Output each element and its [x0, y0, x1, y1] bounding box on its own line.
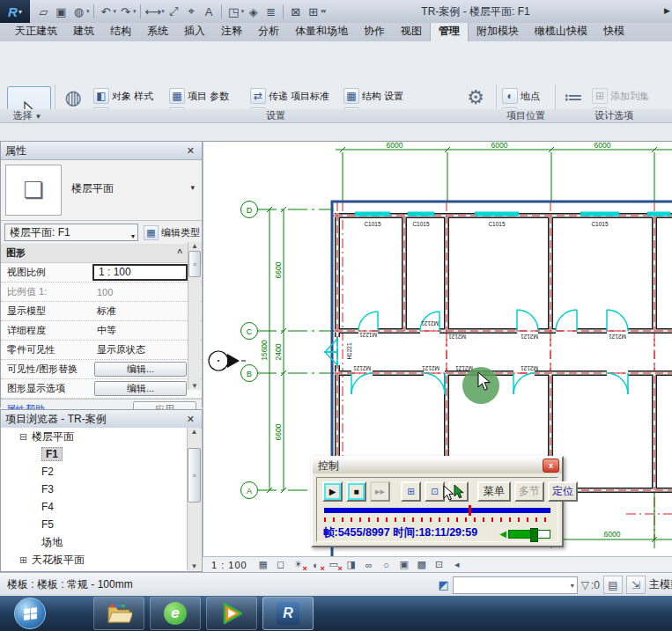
tab-systems[interactable]: 系统 — [139, 23, 176, 41]
tree-item-f4[interactable]: F4 — [1, 498, 188, 516]
temporary-hide-isolate-icon[interactable]: ∞ — [362, 558, 376, 571]
tree-item-f3[interactable]: F3 — [1, 481, 188, 498]
tag-icon[interactable]: ⌖ — [183, 3, 200, 20]
start-button[interactable] — [14, 598, 46, 629]
type-selector[interactable]: ❏ 楼层平面 ▾ — [1, 160, 202, 221]
visual-style-icon[interactable]: ◻ — [274, 558, 288, 571]
undo-dropdown-icon[interactable]: ▾ — [114, 8, 117, 15]
tree-item-site[interactable]: 场地 — [1, 533, 188, 551]
sync-dropdown-icon[interactable]: ▾ — [86, 8, 90, 15]
tree-item-f2[interactable]: F2 — [1, 463, 188, 481]
crop-view-icon[interactable]: ▭× — [327, 558, 341, 571]
measure-icon[interactable]: ⟷ — [144, 3, 163, 20]
redo-dropdown-icon[interactable]: ▾ — [133, 8, 137, 15]
tab-collaborate[interactable]: 协作 — [356, 23, 393, 41]
tab-tianzheng[interactable]: 天正建筑 — [7, 23, 65, 41]
volume-knob[interactable] — [530, 528, 538, 542]
menu-button[interactable]: 菜单 — [477, 481, 511, 502]
sun-path-icon[interactable]: ☀× — [292, 558, 306, 571]
editing-requests-icon[interactable]: ⇲ — [626, 576, 646, 594]
tab-annotate[interactable]: 注释 — [213, 23, 250, 41]
collapse-node-icon[interactable]: ⊟ — [18, 432, 28, 442]
control-close-button[interactable]: x — [543, 459, 559, 473]
tab-ganlanshan[interactable]: 橄榄山快模 — [527, 23, 595, 41]
property-row[interactable]: 可见性/图形替换编辑... — [1, 360, 202, 379]
selection-filter[interactable]: ▽:0 — [581, 579, 600, 591]
view-scale-button[interactable]: 1 : 100 — [211, 560, 247, 570]
measure-dropdown-icon[interactable]: ▾ — [161, 8, 165, 15]
application-menu-button[interactable]: R▾ — [0, 0, 30, 23]
thin-lines-icon[interactable]: ≣ — [262, 3, 279, 20]
scroll-up-icon[interactable]: ▲ — [191, 242, 198, 250]
project-parameters-button[interactable]: ▦项目 参数 — [169, 87, 229, 105]
shadows-icon[interactable]: ◐× — [309, 558, 323, 571]
scroll-up-icon[interactable]: ▲ — [191, 428, 198, 436]
object-styles-button[interactable]: ◧对象 样式 — [93, 87, 153, 105]
tab-addins[interactable]: 附加模块 — [469, 23, 527, 41]
default-3d-view-icon[interactable]: ◳ — [225, 3, 242, 20]
property-row[interactable]: 零件可见性显示原状态 — [1, 341, 202, 360]
control-dialog-titlebar[interactable]: 控制 x — [313, 458, 562, 473]
visibility-edit-button[interactable]: 编辑... — [94, 362, 187, 377]
section-icon[interactable]: ◈ — [245, 3, 262, 20]
taskbar-video-button[interactable] — [206, 597, 257, 630]
close-hidden-windows-icon[interactable]: ⊠ — [287, 3, 304, 20]
show-crop-region-icon[interactable]: ◨ — [344, 558, 358, 571]
properties-header[interactable]: 属性 ✕ — [1, 142, 202, 160]
control-dialog[interactable]: 控制 x ▶ ■ ▶▶ ⊞ ⊡ 菜单 多节 定位 帧:5455/8997 时间:… — [311, 456, 564, 547]
redo-icon[interactable]: ↷ — [117, 3, 134, 20]
tree-node-ceiling-plans[interactable]: ⊞天花板平面 — [1, 551, 188, 569]
scrollbar-thumb[interactable]: ≡ — [188, 251, 201, 277]
select-panel-label[interactable]: 选择 ▼ — [0, 109, 55, 122]
timeline-position-marker[interactable] — [469, 505, 471, 516]
graphic-display-edit-button[interactable]: 编辑... — [94, 381, 187, 396]
tab-analyze[interactable]: 分析 — [250, 23, 287, 41]
taskbar-browser-button[interactable]: e — [150, 597, 201, 630]
scroll-down-icon[interactable]: ▼ — [191, 382, 198, 390]
scroll-down-icon[interactable]: ▼ — [191, 562, 198, 570]
switch-windows-icon[interactable]: ⊞ — [305, 3, 321, 20]
play-button[interactable]: ▶ — [322, 481, 343, 502]
text-icon[interactable]: A — [201, 3, 218, 20]
undo-icon[interactable]: ↶ — [98, 3, 114, 20]
tab-architecture[interactable]: 建筑 — [65, 23, 102, 41]
worksharing-display-icon[interactable]: ▩ — [415, 558, 429, 571]
view3d-dropdown-icon[interactable]: ▾ — [241, 8, 245, 15]
properties-scrollbar[interactable]: ▲ ≡ ▼ — [188, 242, 201, 390]
tree-item-f5[interactable]: F5 — [1, 516, 188, 533]
taskbar-explorer-button[interactable] — [93, 597, 144, 630]
worksets-icon[interactable]: ◩ — [438, 578, 448, 591]
open-icon[interactable]: ▱ — [35, 3, 52, 20]
worksets-select[interactable]: ▾ — [453, 576, 578, 594]
volume-control[interactable]: ◀ — [499, 529, 550, 539]
instance-select[interactable]: 楼层平面: F1▾ — [4, 224, 138, 241]
transfer-project-standards-button[interactable]: ⇄传递 项目标准 — [250, 87, 329, 105]
tab-view[interactable]: 视图 — [393, 23, 430, 41]
stop-button[interactable]: ■ — [346, 481, 366, 502]
tab-structure[interactable]: 结构 — [102, 23, 139, 41]
save-icon[interactable]: ▣ — [53, 3, 70, 20]
properties-toggle-icon[interactable]: ▤ — [603, 576, 623, 594]
elevation-marker[interactable] — [209, 351, 246, 371]
scrollbar-thumb[interactable]: ≡ — [188, 448, 201, 503]
temporary-view-properties-icon[interactable]: ▣ — [397, 558, 411, 571]
view-scale-input[interactable]: 1 : 100 — [92, 264, 188, 281]
properties-close-icon[interactable]: ✕ — [184, 145, 197, 157]
property-row[interactable]: 视图比例1 : 100 — [1, 263, 202, 282]
tree-node-floor-plans[interactable]: ⊟楼层平面 — [1, 428, 188, 445]
locate-button[interactable]: 定位 — [548, 481, 578, 502]
graphics-group-header[interactable]: 图形^ — [1, 244, 202, 263]
lock-view-icon[interactable]: ⊡ — [432, 558, 447, 571]
customize-qat-icon[interactable]: ▾ — [323, 8, 327, 15]
taskbar-revit-button[interactable]: R — [262, 597, 314, 630]
tree-item-f1[interactable]: F1 — [1, 445, 188, 463]
edit-type-button[interactable]: ▦编辑类型 — [144, 224, 200, 241]
tab-massing-site[interactable]: 体量和场地 — [287, 23, 356, 41]
sync-icon[interactable]: ◍ — [70, 3, 87, 20]
property-row[interactable]: 详细程度中等 — [1, 321, 202, 341]
detail-level-icon[interactable]: ▦ — [256, 558, 270, 571]
project-browser-close-icon[interactable]: ✕ — [184, 414, 197, 425]
viewbar-collapse-icon[interactable]: ◂ — [450, 558, 464, 571]
property-row[interactable]: 显示模型标准 — [1, 302, 202, 321]
tab-manage[interactable]: 管理 — [430, 23, 469, 41]
